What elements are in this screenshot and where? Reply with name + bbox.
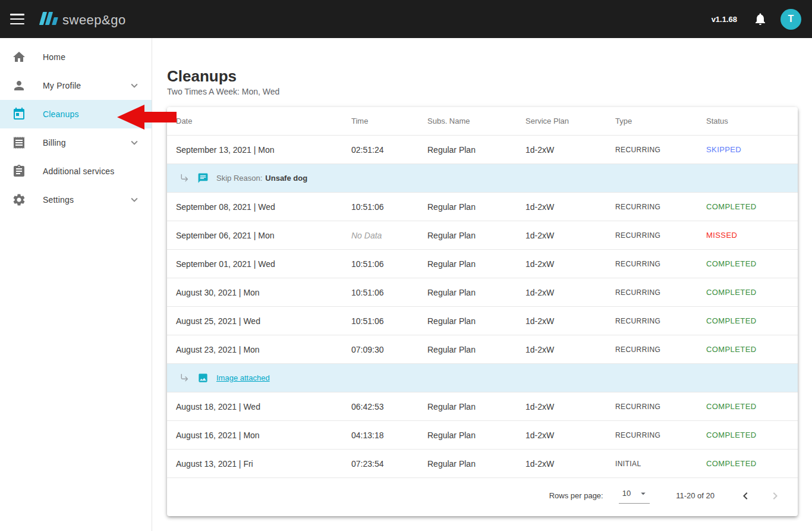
cell-subs: Regular Plan <box>427 316 525 326</box>
sidebar-item-additional-services[interactable]: Additional services <box>0 157 152 186</box>
table-row[interactable]: August 30, 2021 | Mon10:51:06Regular Pla… <box>167 278 798 307</box>
cell-plan: 1d-2xW <box>525 259 615 269</box>
cell-type: RECURRING <box>615 403 706 411</box>
sidebar-item-label: My Profile <box>43 81 81 90</box>
cell-time: 10:51:06 <box>351 202 427 212</box>
cell-status: COMPLETED <box>706 259 798 268</box>
table-row[interactable]: September 08, 2021 | Wed10:51:06Regular … <box>167 193 798 221</box>
cell-plan: 1d-2xW <box>525 402 615 411</box>
cell-type: RECURRING <box>615 431 706 439</box>
cell-date: August 30, 2021 | Mon <box>176 288 351 297</box>
cell-subs: Regular Plan <box>427 431 525 440</box>
comment-icon <box>197 172 209 184</box>
clipboard-icon <box>12 164 26 178</box>
cell-time: 02:51:24 <box>351 145 427 155</box>
home-icon <box>12 50 26 64</box>
notifications-bell-icon[interactable] <box>753 12 767 26</box>
cell-plan: 1d-2xW <box>525 345 615 354</box>
cell-date: September 01, 2021 | Wed <box>176 259 351 269</box>
sidebar-item-settings[interactable]: Settings <box>0 186 152 214</box>
cell-time: 10:51:06 <box>351 288 427 297</box>
table-body: September 13, 2021 | Mon02:51:24Regular … <box>167 136 798 478</box>
cell-plan: 1d-2xW <box>525 459 615 469</box>
cell-type: RECURRING <box>615 260 706 268</box>
cell-plan: 1d-2xW <box>525 431 615 440</box>
cell-date: August 25, 2021 | Wed <box>176 316 351 326</box>
sidebar-item-billing[interactable]: Billing <box>0 128 152 157</box>
cell-status: COMPLETED <box>706 431 798 439</box>
cell-subs: Regular Plan <box>427 459 525 469</box>
note-label: Skip Reason: <box>216 174 262 183</box>
cell-subs: Regular Plan <box>427 145 525 155</box>
chevron-down-icon <box>128 79 141 92</box>
menu-icon[interactable] <box>10 14 24 24</box>
cell-date: August 16, 2021 | Mon <box>176 431 351 440</box>
cell-status: COMPLETED <box>706 459 798 468</box>
column-header: Date <box>176 117 351 125</box>
rows-per-page-label: Rows per page: <box>549 491 603 500</box>
cell-subs: Regular Plan <box>427 402 525 411</box>
rows-per-page-value: 10 <box>622 489 631 498</box>
sidebar-item-my-profile[interactable]: My Profile <box>0 71 152 100</box>
cell-type: RECURRING <box>615 203 706 211</box>
cell-status: COMPLETED <box>706 202 798 211</box>
pagination-range: 11-20 of 20 <box>676 491 715 500</box>
cell-plan: 1d-2xW <box>525 288 615 297</box>
image-icon <box>197 372 209 384</box>
cell-subs: Regular Plan <box>427 345 525 354</box>
cell-type: RECURRING <box>615 345 706 354</box>
cell-date: September 06, 2021 | Mon <box>176 231 351 240</box>
table-row[interactable]: August 23, 2021 | Mon07:09:30Regular Pla… <box>167 335 798 364</box>
logo-bars-icon <box>41 12 57 25</box>
skip-reason-row: Skip Reason:Unsafe dog <box>167 164 798 193</box>
table-row[interactable]: September 01, 2021 | Wed10:51:06Regular … <box>167 250 798 278</box>
main-content: Cleanups Two Times A Week: Mon, Wed Date… <box>152 38 812 531</box>
cell-plan: 1d-2xW <box>525 231 615 240</box>
calendar-icon <box>12 107 26 121</box>
top-bar: sweep&go v1.1.68 T <box>0 0 812 38</box>
cell-time: 07:23:54 <box>351 459 427 469</box>
chevron-down-icon <box>128 193 141 206</box>
cell-time: 10:51:06 <box>351 259 427 269</box>
column-header: Subs. Name <box>427 117 525 125</box>
rows-per-page-select[interactable]: 10 <box>619 488 650 504</box>
app-logo: sweep&go <box>41 12 126 27</box>
cell-type: RECURRING <box>615 317 706 325</box>
cell-status: COMPLETED <box>706 345 798 354</box>
cell-time: 06:42:53 <box>351 402 427 411</box>
cell-subs: Regular Plan <box>427 231 525 240</box>
sidebar-item-label: Cleanups <box>43 109 79 119</box>
image-attached-row: Image attached <box>167 364 798 392</box>
cell-date: September 13, 2021 | Mon <box>176 145 351 155</box>
gear-icon <box>12 193 26 207</box>
cell-status: COMPLETED <box>706 316 798 325</box>
next-page-button[interactable] <box>768 489 782 503</box>
sidebar-item-home[interactable]: Home <box>0 43 152 71</box>
cell-type: RECURRING <box>615 146 706 154</box>
image-attached-link[interactable]: Image attached <box>216 373 270 382</box>
sidebar-item-label: Settings <box>43 195 74 205</box>
cell-type: RECURRING <box>615 288 706 297</box>
table-row[interactable]: August 16, 2021 | Mon04:13:18Regular Pla… <box>167 421 798 450</box>
user-avatar[interactable]: T <box>780 9 801 30</box>
sidebar-item-label: Billing <box>43 138 66 147</box>
table-row[interactable]: August 18, 2021 | Wed06:42:53Regular Pla… <box>167 392 798 421</box>
table-row[interactable]: September 13, 2021 | Mon02:51:24Regular … <box>167 136 798 164</box>
cell-subs: Regular Plan <box>427 202 525 212</box>
cell-time: 04:13:18 <box>351 431 427 440</box>
cell-status: COMPLETED <box>706 402 798 411</box>
table-row[interactable]: September 06, 2021 | MonNo DataRegular P… <box>167 221 798 250</box>
cell-subs: Regular Plan <box>427 288 525 297</box>
previous-page-button[interactable] <box>738 489 753 503</box>
return-arrow-icon <box>179 173 189 183</box>
cell-type: INITIAL <box>615 460 706 468</box>
cell-date: August 23, 2021 | Mon <box>176 345 351 354</box>
cell-type: RECURRING <box>615 231 706 240</box>
cell-plan: 1d-2xW <box>525 202 615 212</box>
cell-plan: 1d-2xW <box>525 145 615 155</box>
column-header: Type <box>615 117 706 125</box>
return-arrow-icon <box>179 373 189 383</box>
table-row[interactable]: August 25, 2021 | Wed10:51:06Regular Pla… <box>167 307 798 335</box>
table-row[interactable]: August 13, 2021 | Fri07:23:54Regular Pla… <box>167 450 798 478</box>
column-header: Status <box>706 117 798 125</box>
